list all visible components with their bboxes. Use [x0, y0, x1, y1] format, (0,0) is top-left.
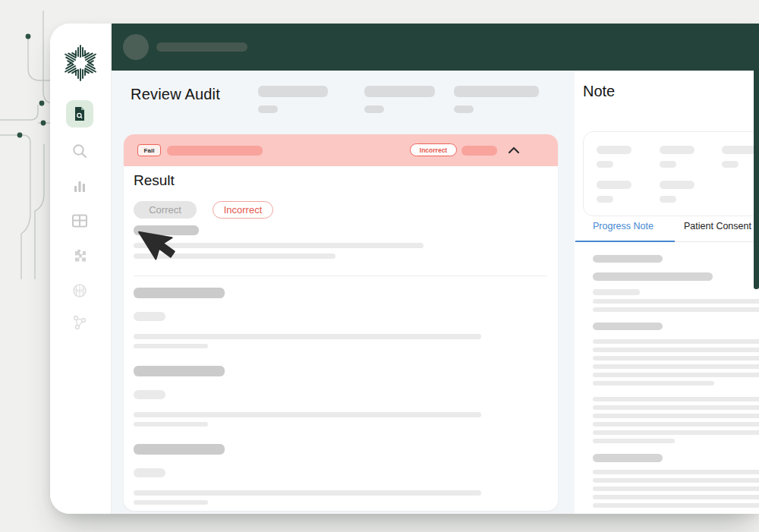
search-icon: [71, 143, 88, 159]
placeholder-bar: [454, 105, 474, 113]
scrollbar-thumb[interactable]: [754, 71, 759, 289]
page-title: Review Audit: [131, 86, 220, 103]
note-panel: Note Progress Note Patient Consent: [575, 71, 759, 514]
placeholder-bar: [660, 161, 676, 168]
topbar: [112, 24, 759, 71]
incorrect-pill[interactable]: Incorrect: [213, 201, 273, 219]
placeholder-bar: [597, 161, 613, 168]
result-title: Result: [134, 172, 175, 189]
placeholder-bar: [258, 105, 278, 113]
skeleton-line: [593, 422, 759, 427]
sidebar-item-ai[interactable]: [66, 277, 93, 304]
skeleton-line: [134, 500, 208, 505]
skeleton-line: [593, 356, 759, 360]
cursor-pointer: [137, 223, 182, 272]
skeleton-line: [593, 405, 759, 410]
puzzle-icon: [71, 247, 88, 264]
network-icon: [71, 314, 88, 331]
document-search-icon: [72, 106, 87, 121]
sidebar-item-search[interactable]: [66, 137, 93, 165]
sidebar: [50, 24, 112, 514]
note-title: Note: [583, 83, 615, 100]
placeholder-bar: [167, 146, 263, 156]
skeleton-line: [593, 307, 759, 312]
audit-banner[interactable]: Fail Incorrect: [124, 134, 558, 166]
bar-chart-icon: [72, 178, 87, 194]
main-content: Review Audit Fail Incorrect Result Corre…: [112, 71, 575, 514]
placeholder-bar: [597, 196, 613, 203]
skeleton-line: [593, 486, 759, 491]
skeleton-line: [593, 439, 675, 443]
avatar[interactable]: [123, 34, 149, 60]
divider: [134, 275, 547, 276]
skeleton-line: [593, 414, 759, 418]
skeleton-line: [134, 344, 208, 348]
placeholder-bar: [593, 454, 663, 462]
status-badge: Incorrect: [410, 143, 457, 156]
sidebar-item-audit[interactable]: [66, 100, 93, 127]
tab-progress-note[interactable]: Progress Note: [575, 221, 675, 242]
skeleton-line: [593, 495, 759, 499]
fail-badge: Fail: [137, 144, 161, 156]
placeholder-bar: [364, 105, 384, 113]
placeholder-bar: [364, 86, 435, 97]
sidebar-item-workflow[interactable]: [66, 309, 93, 336]
skeleton-line: [593, 299, 759, 304]
skeleton-line: [593, 503, 759, 508]
sidebar-item-integrations[interactable]: [66, 242, 93, 269]
audit-card: Fail Incorrect Result Correct Incorrect: [124, 134, 558, 511]
placeholder-bar: [593, 255, 663, 263]
note-tabs: Progress Note Patient Consent: [575, 221, 759, 242]
skeleton-line: [593, 470, 759, 474]
app-logo: [62, 42, 99, 84]
table-icon: [71, 213, 88, 228]
skeleton-line: [593, 339, 759, 344]
note-summary-card: [583, 131, 759, 216]
brain-icon: [71, 282, 88, 299]
correct-pill[interactable]: Correct: [134, 201, 197, 219]
placeholder-bar: [134, 468, 165, 477]
tab-patient-consent[interactable]: Patient Consent: [684, 221, 751, 242]
sidebar-item-analytics[interactable]: [66, 172, 93, 200]
skeleton-line: [134, 490, 481, 496]
skeleton-line: [134, 422, 208, 427]
placeholder-bar: [454, 86, 539, 97]
placeholder-bar: [593, 272, 713, 281]
placeholder-bar: [134, 444, 225, 455]
placeholder-bar: [134, 288, 225, 298]
placeholder-bar: [722, 161, 739, 168]
placeholder-bar: [593, 323, 663, 330]
skeleton-line: [593, 381, 714, 386]
skeleton-line: [134, 334, 481, 339]
skeleton-line: [593, 478, 759, 483]
skeleton-line: [593, 430, 759, 435]
placeholder-bar: [593, 289, 640, 295]
skeleton-line: [593, 397, 759, 401]
placeholder-bar: [156, 42, 247, 52]
placeholder-bar: [461, 146, 497, 156]
skeleton-line: [593, 364, 759, 369]
placeholder-bar: [660, 196, 676, 203]
placeholder-bar: [597, 146, 631, 154]
placeholder-bar: [134, 390, 165, 399]
placeholder-bar: [258, 86, 328, 97]
skeleton-line: [593, 373, 759, 377]
skeleton-line: [134, 412, 481, 417]
placeholder-bar: [660, 181, 694, 189]
sidebar-item-tables[interactable]: [66, 207, 93, 235]
placeholder-bar: [134, 366, 225, 376]
placeholder-bar: [597, 181, 631, 189]
chevron-up-icon[interactable]: [507, 146, 521, 155]
placeholder-bar: [660, 146, 694, 154]
placeholder-bar: [722, 146, 757, 154]
skeleton-line: [593, 348, 759, 352]
placeholder-bar: [134, 312, 165, 321]
